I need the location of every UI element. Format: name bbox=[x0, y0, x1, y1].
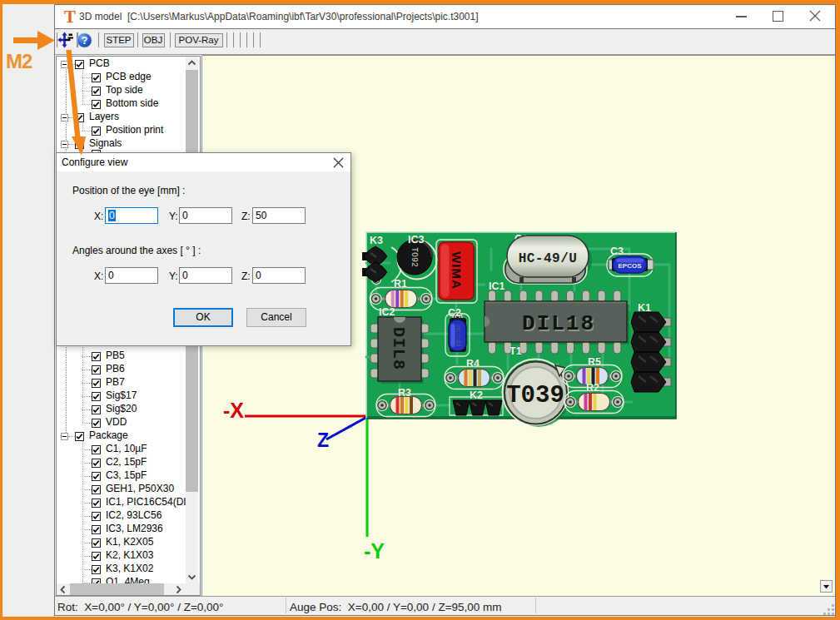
svg-text:K2: K2 bbox=[470, 389, 483, 401]
svg-text:DIL18: DIL18 bbox=[522, 311, 595, 336]
svg-text:C3: C3 bbox=[610, 246, 624, 257]
svg-text:R1: R1 bbox=[394, 278, 407, 290]
svg-text:EPCOS: EPCOS bbox=[618, 262, 642, 270]
svg-text:WIMA: WIMA bbox=[450, 251, 464, 290]
svg-text:?: ? bbox=[82, 35, 88, 47]
svg-text:DIL8: DIL8 bbox=[389, 327, 408, 370]
svg-text:R4: R4 bbox=[466, 358, 480, 370]
svg-text:TO92: TO92 bbox=[410, 247, 419, 267]
svg-text:Z: Z bbox=[317, 429, 329, 451]
svg-text:C2: C2 bbox=[448, 307, 461, 319]
svg-text:HC-49/U: HC-49/U bbox=[519, 251, 578, 266]
svg-text:IC1: IC1 bbox=[489, 280, 505, 292]
svg-text:-X: -X bbox=[223, 399, 244, 422]
svg-text:R2: R2 bbox=[586, 382, 599, 394]
svg-text:IC2: IC2 bbox=[379, 306, 395, 318]
svg-text:T039: T039 bbox=[506, 382, 564, 409]
svg-text:-Y: -Y bbox=[364, 539, 385, 563]
svg-text:K3: K3 bbox=[370, 235, 383, 246]
svg-text:R3: R3 bbox=[398, 387, 411, 399]
svg-text:IC3: IC3 bbox=[408, 234, 425, 246]
svg-text:EPCOS: EPCOS bbox=[455, 325, 462, 346]
svg-text:R5: R5 bbox=[588, 356, 601, 368]
svg-text:T1: T1 bbox=[509, 345, 522, 357]
